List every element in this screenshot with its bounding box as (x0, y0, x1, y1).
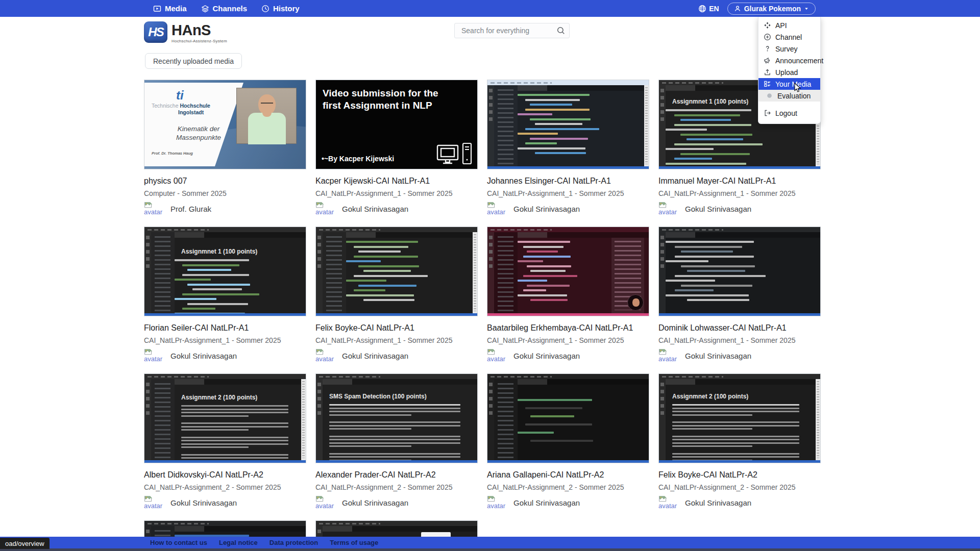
avatar: avatar (487, 495, 507, 509)
search-bar (454, 23, 570, 38)
recently-uploaded-chip[interactable]: Recently uploaded media (145, 53, 242, 69)
card-owner-name: Gokul Srinivasagan (685, 205, 751, 213)
avatar: avatar (658, 202, 679, 215)
broken-image-icon (658, 202, 667, 208)
avatar-alt-text: avatar (487, 503, 505, 509)
broken-image-icon (658, 348, 667, 355)
app-logo[interactable]: HS HAnS Hochschul-Assistenz-System (144, 21, 227, 43)
avatar: avatar (487, 348, 507, 362)
logo-title: HAnS (172, 23, 227, 38)
user-menu-button[interactable]: Glurak Pokemon (727, 3, 816, 15)
logo-badge: HS (144, 21, 167, 43)
media-card[interactable]: Video submission for the first Assignmen… (315, 80, 478, 227)
card-thumbnail[interactable]: SMS Spam Detection (100 points) (315, 373, 478, 463)
card-thumbnail[interactable] (487, 373, 649, 463)
menu-item-logout[interactable]: Logout (758, 107, 820, 119)
link-preview-tooltip: oad/overview (0, 538, 50, 549)
menu-item-label: Logout (775, 109, 797, 117)
card-thumbnail[interactable] (487, 227, 649, 316)
card-title: Felix Boyke-CAI NatLPr-A1 (315, 323, 478, 334)
card-thumbnail[interactable]: Assignmnet 1 (100 points) (144, 227, 306, 316)
media-grid: tiTechnische HochschuleIngolstadtKinemat… (144, 80, 821, 551)
media-card[interactable]: SMS Spam Detection (100 points) Alexande… (315, 373, 478, 520)
card-owner-row: avatar Gokul Srinivasagan (487, 348, 649, 362)
menu-item-survey[interactable]: Survey (758, 43, 820, 55)
avatar: avatar (315, 495, 336, 509)
broken-image-icon (487, 495, 496, 502)
your-media-icon (764, 80, 771, 88)
media-card[interactable]: Assignmnet 1 (100 points) Florian Seiler… (144, 227, 306, 373)
footer-link-legal-notice[interactable]: Legal notice (219, 539, 258, 546)
footer-link-how-to-contact-us[interactable]: How to contact us (150, 539, 207, 546)
nav-link-history[interactable]: History (261, 4, 300, 13)
avatar: avatar (144, 202, 164, 215)
card-thumbnail[interactable] (315, 227, 478, 316)
menu-item-evaluation[interactable]: Evaluation (758, 90, 820, 102)
card-owner-name: Gokul Srinivasagan (513, 352, 580, 360)
card-title: Alexander Prader-CAI NatLPr-A2 (315, 470, 478, 481)
search-icon[interactable] (556, 26, 566, 35)
search-input[interactable] (454, 23, 570, 38)
card-subtitle: CAI_NatLPr-Assignment_2 - Sommer 2025 (315, 483, 478, 491)
card-owner-name: Prof. Glurak (170, 205, 211, 213)
card-owner-row: avatar Gokul Srinivasagan (658, 495, 821, 509)
media-card[interactable]: tiTechnische HochschuleIngolstadtKinemat… (144, 80, 306, 227)
nav-link-media[interactable]: Media (153, 4, 187, 13)
broken-image-icon (144, 348, 153, 355)
card-thumbnail[interactable]: tiTechnische HochschuleIngolstadtKinemat… (144, 80, 306, 169)
media-card[interactable]: Johannes Elsinger-CAI NatLPr-A1 CAI_NatL… (487, 80, 649, 227)
avatar: avatar (658, 348, 679, 362)
broken-image-icon (315, 495, 324, 502)
bottom-strip (0, 548, 980, 551)
card-thumbnail[interactable]: Assignmnet 2 (100 points) (144, 373, 306, 463)
card-title: Ariana Gallapeni-CAI NatLPr-A2 (487, 470, 649, 481)
menu-item-your-media[interactable]: Your Media (758, 78, 820, 90)
card-subtitle: CAI_NatLPr-Assignment_1 - Sommer 2025 (487, 189, 649, 197)
media-card[interactable]: Felix Boyke-CAI NatLPr-A1 CAI_NatLPr-Ass… (315, 227, 478, 373)
menu-item-label: Upload (775, 68, 798, 77)
card-owner-row: avatar Gokul Srinivasagan (658, 348, 821, 362)
language-switcher[interactable]: EN (698, 5, 719, 13)
menu-item-label: API (775, 21, 787, 30)
nav-link-label: History (273, 4, 300, 13)
menu-item-upload[interactable]: Upload (758, 66, 820, 78)
card-subtitle: Computer - Sommer 2025 (144, 189, 306, 197)
card-title: Albert Didkovskyi-CAI NatLPr-A2 (144, 470, 306, 481)
footer-link-data-protection[interactable]: Data protection (270, 539, 318, 546)
media-card[interactable]: Baatarbileg Erkhembaya-CAI NatLPr-A1 CAI… (487, 227, 649, 373)
card-owner-name: Gokul Srinivasagan (685, 352, 751, 360)
card-thumbnail[interactable]: Video submission for the first Assignmen… (315, 80, 478, 169)
navbar-links: MediaChannelsHistory (153, 4, 300, 13)
avatar: avatar (144, 495, 164, 509)
card-subtitle: CAI_NatLPr-Assignment_1 - Sommer 2025 (315, 336, 478, 344)
card-subtitle: CAI_NatLPr-Assignment_1 - Sommer 2025 (487, 336, 649, 344)
card-owner-name: Gokul Srinivasagan (513, 498, 580, 507)
media-card[interactable]: Dominik Lohwasser-CAI NatLPr-A1 CAI_NatL… (658, 227, 821, 373)
card-thumbnail[interactable]: Assignmnet 2 (100 points) (658, 373, 821, 463)
footer-link-terms-of-usage[interactable]: Terms of usage (330, 539, 378, 546)
webcam-overlay (236, 88, 297, 144)
media-card[interactable]: Ariana Gallapeni-CAI NatLPr-A2 CAI_NatLP… (487, 373, 649, 520)
card-thumbnail[interactable] (658, 227, 821, 316)
menu-item-announcement[interactable]: Announcement (758, 55, 820, 66)
navbar: MediaChannelsHistory EN Glurak Pokemon (0, 0, 980, 17)
menu-item-label: Channel (775, 33, 802, 41)
card-owner-name: Gokul Srinivasagan (342, 352, 408, 360)
card-subtitle: CAI_NatLPr-Assignment_2 - Sommer 2025 (658, 483, 821, 491)
card-subtitle: CAI_NatLPr-Assignment_1 - Sommer 2025 (144, 336, 306, 344)
menu-item-channel[interactable]: Channel (758, 31, 820, 43)
menu-item-api[interactable]: API (758, 19, 820, 31)
computer-icons (436, 142, 472, 165)
avatar-alt-text: avatar (487, 356, 505, 362)
logo-texts: HAnS Hochschul-Assistenz-System (172, 23, 227, 43)
card-title: Johannes Elsinger-CAI NatLPr-A1 (487, 176, 649, 187)
card-title: Florian Seiler-CAI NatLPr-A1 (144, 323, 306, 334)
nav-link-channels[interactable]: Channels (201, 4, 248, 13)
logo-subtitle: Hochschul-Assistenz-System (172, 39, 227, 43)
media-card[interactable]: Assignmnet 2 (100 points) Felix Boyke-CA… (658, 373, 821, 520)
media-card[interactable]: Assignmnet 2 (100 points) Albert Didkovs… (144, 373, 306, 520)
card-thumbnail[interactable] (487, 80, 649, 169)
avatar: avatar (487, 202, 507, 215)
menu-item-label: Evaluation (777, 92, 811, 100)
avatar: avatar (315, 202, 336, 215)
